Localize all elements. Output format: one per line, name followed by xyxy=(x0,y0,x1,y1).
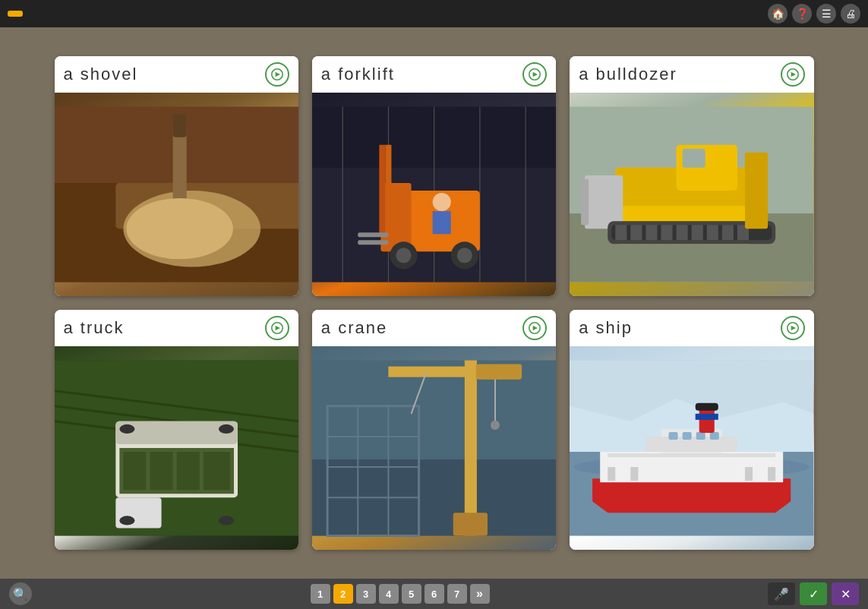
card-label-forklift: a forklift xyxy=(321,65,395,84)
card-ship[interactable]: a ship xyxy=(570,310,813,550)
header-icon-group: 🏠 ❓ ☰ 🖨 xyxy=(768,4,860,24)
svg-rect-43 xyxy=(630,225,642,240)
cancel-button[interactable]: ✕ xyxy=(832,582,859,605)
card-image-inner-shovel xyxy=(55,93,298,296)
svg-rect-102 xyxy=(710,432,719,440)
card-shovel[interactable]: a shovel xyxy=(55,56,298,296)
print-button[interactable]: 🖨 xyxy=(841,4,860,24)
card-header-shovel: a shovel xyxy=(55,56,298,93)
svg-rect-62 xyxy=(123,452,146,490)
svg-rect-38 xyxy=(585,175,623,229)
card-forklift[interactable]: a forklift xyxy=(312,56,556,296)
pagination-next-button[interactable]: » xyxy=(470,584,490,604)
svg-rect-49 xyxy=(722,225,734,240)
svg-marker-10 xyxy=(533,72,538,77)
svg-rect-81 xyxy=(465,361,477,536)
svg-rect-64 xyxy=(176,452,199,490)
main-content: a shovel a forklift xyxy=(0,27,868,579)
card-header-ship: a ship xyxy=(570,310,813,346)
page-button-7[interactable]: 7 xyxy=(447,584,467,604)
svg-rect-44 xyxy=(646,225,658,240)
svg-marker-1 xyxy=(275,72,279,77)
svg-rect-106 xyxy=(608,453,775,457)
svg-rect-100 xyxy=(683,432,692,440)
svg-point-68 xyxy=(218,424,233,434)
card-image-forklift xyxy=(312,93,556,296)
audio-button-ship[interactable] xyxy=(781,316,805,340)
svg-rect-39 xyxy=(581,179,589,225)
card-truck[interactable]: a truck xyxy=(55,310,298,550)
home-button[interactable]: 🏠 xyxy=(768,4,788,24)
svg-marker-95 xyxy=(592,478,791,513)
svg-rect-42 xyxy=(615,225,627,240)
svg-rect-51 xyxy=(745,153,768,229)
svg-rect-46 xyxy=(677,225,688,240)
svg-rect-63 xyxy=(150,452,172,490)
card-image-inner-bulldozer xyxy=(570,93,813,296)
svg-marker-72 xyxy=(533,326,538,330)
svg-rect-23 xyxy=(358,240,388,245)
audio-button-truck[interactable] xyxy=(265,316,289,340)
pagination-controls: 1234567» xyxy=(311,584,490,604)
svg-point-28 xyxy=(432,193,450,211)
svg-rect-99 xyxy=(669,432,678,440)
microphone-icon: 🎤 xyxy=(774,587,789,601)
svg-rect-107 xyxy=(608,467,615,481)
svg-point-67 xyxy=(119,424,134,434)
zoom-button[interactable]: 🔍 xyxy=(9,582,32,605)
audio-button-shovel[interactable] xyxy=(265,62,289,87)
svg-point-69 xyxy=(119,516,134,525)
footer-bar: 🔍 1234567» 🎤 ✓ ✕ xyxy=(0,579,868,609)
page-button-3[interactable]: 3 xyxy=(356,584,376,604)
card-image-inner-ship xyxy=(570,346,813,550)
svg-rect-110 xyxy=(768,467,775,481)
card-bulldozer[interactable]: a bulldozer xyxy=(570,56,813,296)
svg-rect-48 xyxy=(707,225,718,240)
page-button-2[interactable]: 2 xyxy=(333,584,353,604)
footer-action-buttons: 🎤 ✓ ✕ xyxy=(768,582,859,605)
svg-rect-29 xyxy=(432,211,450,234)
check-button[interactable]: ✓ xyxy=(800,582,827,605)
svg-rect-60 xyxy=(115,421,238,444)
audio-button-bulldozer[interactable] xyxy=(781,62,805,87)
card-crane[interactable]: a crane xyxy=(312,310,556,550)
menu-button[interactable]: ☰ xyxy=(816,4,836,24)
logo xyxy=(8,11,23,17)
card-image-truck xyxy=(55,346,298,550)
card-image-inner-forklift xyxy=(312,93,556,296)
microphone-button[interactable]: 🎤 xyxy=(768,582,795,605)
card-label-bulldozer: a bulldozer xyxy=(579,65,677,84)
card-image-bulldozer xyxy=(570,93,813,296)
svg-rect-86 xyxy=(453,513,488,535)
card-header-crane: a crane xyxy=(312,310,556,346)
svg-rect-37 xyxy=(683,149,705,168)
page-button-5[interactable]: 5 xyxy=(402,584,421,604)
header-bar: 🏠 ❓ ☰ 🖨 xyxy=(0,0,868,27)
svg-point-27 xyxy=(457,248,472,263)
svg-rect-8 xyxy=(172,115,186,137)
svg-rect-82 xyxy=(388,367,478,377)
svg-rect-47 xyxy=(692,225,703,240)
card-image-ship xyxy=(570,346,813,550)
svg-rect-20 xyxy=(379,145,385,236)
card-label-shovel: a shovel xyxy=(64,65,138,84)
card-image-shovel xyxy=(55,93,298,296)
svg-point-70 xyxy=(218,516,233,525)
svg-rect-104 xyxy=(696,403,718,411)
page-button-4[interactable]: 4 xyxy=(379,584,399,604)
audio-button-crane[interactable] xyxy=(522,316,547,340)
page-button-1[interactable]: 1 xyxy=(311,584,330,604)
check-icon: ✓ xyxy=(809,587,819,601)
svg-rect-108 xyxy=(630,467,638,481)
svg-rect-87 xyxy=(476,364,522,380)
page-button-6[interactable]: 6 xyxy=(425,584,444,604)
svg-marker-53 xyxy=(275,326,279,330)
audio-button-forklift[interactable] xyxy=(522,62,547,87)
card-label-crane: a crane xyxy=(321,318,387,338)
help-button[interactable]: ❓ xyxy=(792,4,812,24)
card-image-inner-truck xyxy=(55,346,298,550)
svg-point-7 xyxy=(126,198,233,259)
svg-rect-101 xyxy=(696,432,705,440)
card-label-ship: a ship xyxy=(579,318,633,338)
card-image-inner-crane xyxy=(312,346,556,550)
